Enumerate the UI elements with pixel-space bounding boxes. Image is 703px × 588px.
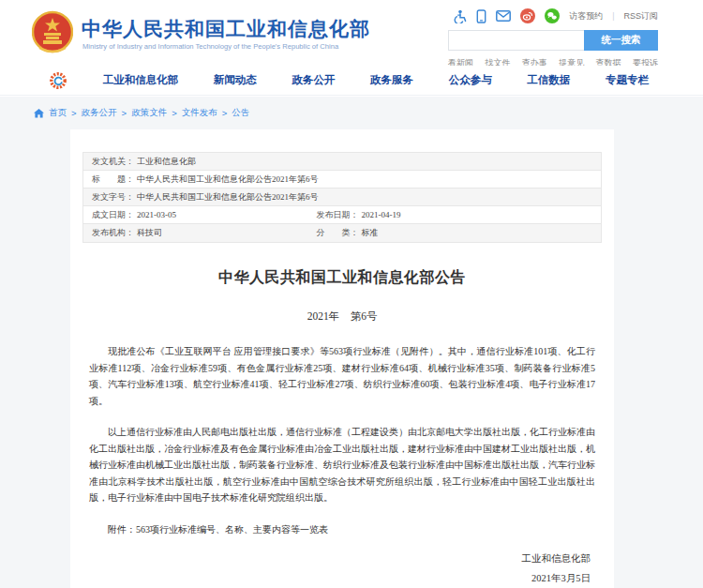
visitor-appointment-link[interactable]: 访客预约 (569, 10, 603, 23)
breadcrumb-item-gov-open[interactable]: 政务公开 (82, 107, 117, 119)
attachment-line: 附件：563项行业标准编号、名称、主要内容等一览表 (89, 521, 595, 538)
site-title: 中华人民共和国工业和信息化部 (82, 16, 370, 42)
header-right-block: 访客预约 | RSS订阅 统一搜索 看新闻 找文件 查办事 提意见 查数据 要投… (448, 8, 658, 69)
meta-col2: 发布日期：2021-04-19 (316, 206, 400, 224)
breadcrumb-item-doc-release[interactable]: 文件发布 (182, 107, 217, 119)
meta-label: 分 类： (316, 228, 358, 237)
header-icon-row: 访客预约 | RSS订阅 (448, 8, 658, 24)
rss-subscribe-link[interactable]: RSS订阅 (623, 10, 658, 23)
meta-label: 标 题： (92, 174, 134, 184)
home-icon[interactable] (34, 109, 44, 118)
wechat-icon[interactable] (545, 8, 560, 23)
meta-label: 发布机构： (92, 228, 134, 237)
paragraph-publishers: 以上通信行业标准由人民邮电出版社出版，通信行业标准（工程建设类）由北京邮电大学出… (89, 424, 595, 506)
breadcrumb-item-home[interactable]: 首页 (49, 107, 67, 119)
meta-row-doc-number: 发文字号：中华人民共和国工业和信息化部公告2021年第6号 (83, 188, 601, 206)
national-emblem-icon (32, 10, 73, 54)
unified-search-input[interactable] (448, 30, 584, 51)
breadcrumb-separator: > (172, 108, 177, 118)
site-subtitle-en: Ministry of Industry and Information Tec… (82, 42, 338, 51)
meta-col2: 分 类：标准 (316, 224, 378, 242)
nav-item-special-topics[interactable]: 专题专栏 (606, 73, 649, 87)
meta-row-publisher-category: 发布机构：科技司 分 类：标准 (83, 224, 601, 242)
mobile-icon[interactable] (476, 9, 486, 23)
meta-row-title: 标 题：中华人民共和国工业和信息化部公告2021年第6号 (83, 171, 601, 188)
header-link-separator: | (612, 11, 614, 21)
miit-gear-logo-icon[interactable] (49, 71, 67, 90)
signature-date: 2021年3月5日 (70, 568, 591, 588)
nav-item-public-participation[interactable]: 公众参与 (449, 73, 492, 87)
weibo-icon[interactable] (520, 8, 535, 23)
nav-item-industry-data[interactable]: 工信数据 (527, 73, 570, 87)
breadcrumb-separator: > (222, 108, 228, 118)
meta-row-dates: 成文日期：2021-03-05 发布日期：2021-04-19 (83, 206, 601, 224)
meta-value: 2021-04-19 (361, 210, 400, 219)
meta-value: 工业和信息化部 (137, 157, 196, 166)
article-card: 发文机关：工业和信息化部 标 题：中华人民共和国工业和信息化部公告2021年第6… (70, 129, 614, 588)
search-bar: 统一搜索 (448, 30, 658, 51)
site-header: 中华人民共和国工业和信息化部 Ministry of Industry and … (0, 0, 703, 66)
breadcrumb-separator: > (122, 108, 127, 118)
meta-label: 发文字号： (92, 192, 134, 202)
page-body: 首页 > 政务公开 > 政策文件 > 文件发布 > 公告 发文机关：工业和信息化… (0, 97, 703, 588)
page: 中华人民共和国工业和信息化部 Ministry of Industry and … (0, 0, 703, 588)
paragraph-standards-approved: 现批准公布《工业互联网平台 应用管理接口要求》等563项行业标准（见附件）。其中… (89, 343, 595, 409)
signature-agency: 工业和信息化部 (70, 549, 591, 568)
breadcrumb-separator: > (71, 108, 77, 118)
main-navbar: 工业和信息化部 新闻动态 政务公开 政务服务 公众参与 工信数据 专题专栏 (0, 66, 703, 96)
document-title: 中华人民共和国工业和信息化部公告 (70, 268, 614, 288)
nav-item-news[interactable]: 新闻动态 (214, 73, 257, 87)
meta-value: 科技司 (137, 228, 162, 237)
meta-row-issuing-agency: 发文机关：工业和信息化部 (83, 153, 601, 171)
mail-icon[interactable] (496, 10, 511, 22)
document-body: 现批准公布《工业互联网平台 应用管理接口要求》等563项行业标准（见附件）。其中… (89, 343, 595, 537)
meta-value: 中华人民共和国工业和信息化部公告2021年第6号 (137, 192, 319, 202)
meta-value: 标准 (361, 228, 378, 237)
document-meta-table: 发文机关：工业和信息化部 标 题：中华人民共和国工业和信息化部公告2021年第6… (82, 152, 602, 243)
unified-search-button[interactable]: 统一搜索 (584, 30, 658, 51)
nav-item-gov-open[interactable]: 政务公开 (292, 73, 335, 87)
accessibility-icon[interactable] (453, 9, 467, 23)
meta-label: 发布日期： (316, 210, 358, 219)
meta-value: 中华人民共和国工业和信息化部公告2021年第6号 (137, 174, 319, 184)
breadcrumb-item-announcement[interactable]: 公告 (232, 107, 249, 119)
meta-value: 2021-03-05 (137, 210, 176, 219)
nav-item-gov-service[interactable]: 政务服务 (370, 73, 413, 87)
meta-label: 发文机关： (92, 157, 134, 166)
breadcrumb-item-policy-docs[interactable]: 政策文件 (131, 107, 167, 119)
document-number: 2021年 第6号 (70, 309, 614, 324)
nav-item-miit[interactable]: 工业和信息化部 (103, 73, 179, 87)
signature-block: 工业和信息化部 2021年3月5日 (70, 549, 591, 588)
meta-label: 成文日期： (92, 210, 134, 219)
breadcrumb: 首页 > 政务公开 > 政策文件 > 文件发布 > 公告 (34, 107, 249, 119)
